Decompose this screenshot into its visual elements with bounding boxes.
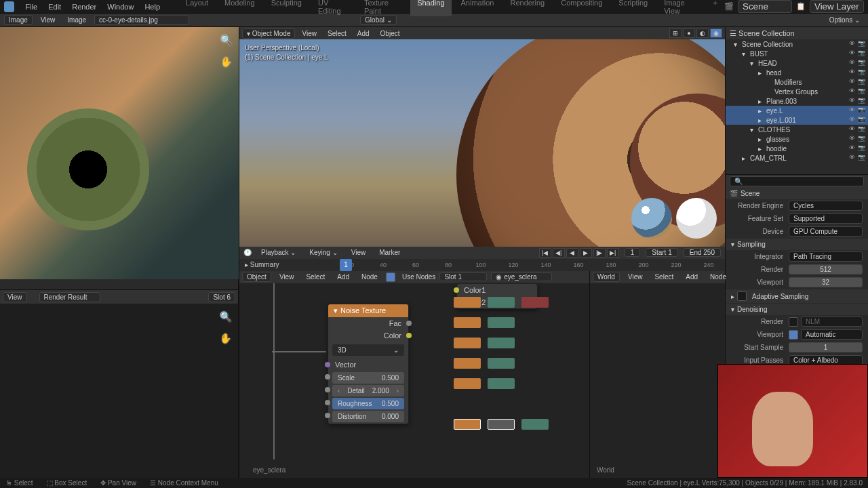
device-dd[interactable]: GPU Compute [789, 226, 863, 237]
tab-animation[interactable]: Animation [454, 0, 501, 16]
ne-view[interactable]: View [275, 272, 298, 281]
menu-render[interactable]: Render [66, 3, 102, 11]
playhead[interactable]: 1 [340, 259, 352, 271]
ne-select[interactable]: Select [302, 272, 329, 281]
tab-scripting[interactable]: Scripting [612, 0, 654, 16]
outliner-item[interactable]: ▾BUST👁📷 [726, 49, 868, 58]
shader-node-editor[interactable]: Object View Select Add Node Use Nodes Sl… [239, 271, 589, 479]
outliner-item[interactable]: ▾CLOTHES👁📷 [726, 125, 868, 134]
tab-uv[interactable]: UV Editing [311, 0, 355, 16]
tab-imageview[interactable]: Image View [657, 0, 703, 16]
denoiser-dd[interactable]: NLM [801, 317, 863, 327]
dimensions-dd[interactable]: 3D⌄ [332, 344, 404, 356]
mini-node[interactable] [454, 338, 481, 348]
shading-matprev-icon[interactable]: ◐ [696, 28, 709, 38]
pan-icon[interactable]: ✋ [218, 54, 233, 69]
denoise-render-check[interactable] [789, 317, 798, 327]
tl-marker[interactable]: Marker [375, 248, 404, 257]
timeline-track[interactable]: ▸ Summary 1 20 40 60 80 100 120 140 160 … [239, 259, 725, 271]
outliner-item[interactable]: ▾HEAD👁📷 [726, 58, 868, 68]
viewlayer-input[interactable] [810, 0, 864, 13]
vp-samples[interactable]: 32 [789, 277, 863, 287]
mini-node[interactable] [454, 378, 481, 389]
next-key-icon[interactable]: |▶ [593, 248, 606, 258]
scene-name-input[interactable] [738, 0, 792, 13]
outliner-item[interactable]: ▸eye.L.001👁📷 [726, 115, 868, 125]
tb-image[interactable]: Image [63, 16, 90, 24]
outliner-item[interactable]: Modifiers👁📷 [726, 77, 868, 87]
shading-rendered-icon[interactable]: ◉ [710, 28, 722, 38]
material-field[interactable]: ◉ eye_sclera [491, 272, 552, 281]
prev-key-icon[interactable]: ◀| [553, 248, 565, 258]
outliner-item[interactable]: Vertex Groups👁📷 [726, 87, 868, 96]
outliner-search[interactable] [730, 176, 864, 186]
current-frame[interactable]: 1 [625, 248, 641, 257]
adaptive-section[interactable]: ▸ Adaptive Sampling [726, 289, 868, 303]
we-select[interactable]: Select [650, 272, 677, 281]
vp-add[interactable]: Add [353, 29, 374, 38]
vp-object[interactable]: Object [376, 29, 404, 38]
engine-dd[interactable]: Cycles [789, 201, 863, 211]
mini-node[interactable] [488, 358, 515, 369]
zoom-icon[interactable]: 🔍 [218, 33, 233, 47]
noise-texture-node[interactable]: ▾Noise Texture Fac Color 3D⌄ Vector Scal… [328, 304, 409, 424]
mini-node-selected[interactable] [488, 419, 515, 430]
ne-add[interactable]: Add [333, 272, 353, 281]
ref-file-field[interactable]: cc-0-eye-details.jpg [94, 15, 189, 25]
integrator-dd[interactable]: Path Tracing [789, 251, 863, 262]
mini-node[interactable] [454, 297, 481, 308]
slot-field[interactable]: Slot 1 [439, 272, 487, 281]
mini-node[interactable] [521, 297, 549, 308]
we-view[interactable]: View [624, 272, 647, 281]
we-node[interactable]: Node [706, 272, 730, 281]
mini-node[interactable] [488, 317, 515, 328]
adaptive-check[interactable] [737, 291, 747, 301]
tl-view[interactable]: View [347, 248, 370, 257]
mini-node[interactable] [521, 419, 549, 430]
denoising-section[interactable]: ▾ Denoising [726, 304, 868, 315]
orientation-dd[interactable]: Global ⌄ [360, 15, 397, 25]
we-mode[interactable]: World [593, 272, 620, 282]
mini-node-selected[interactable] [454, 419, 481, 430]
outliner-item[interactable]: ▸hoodie👁📷 [726, 144, 868, 153]
mini-node[interactable] [488, 338, 515, 348]
image-mode-dd[interactable]: Image [4, 15, 33, 25]
denoise-vp-check[interactable] [789, 330, 798, 340]
tl-playback[interactable]: Playback ⌄ [257, 248, 300, 257]
end-frame[interactable]: End 250 [684, 248, 721, 257]
use-nodes-check[interactable] [386, 272, 395, 282]
render-samples[interactable]: 512 [789, 264, 863, 274]
image-viewer-canvas[interactable]: 🔍 ✋ [0, 304, 238, 478]
tab-layout[interactable]: Layout [179, 0, 215, 16]
tab-shading[interactable]: Shading [410, 0, 451, 16]
menu-window[interactable]: Window [102, 3, 139, 11]
outliner-item[interactable]: ▸CAM_CTRL👁📷 [726, 153, 868, 163]
tab-modeling[interactable]: Modeling [218, 0, 262, 16]
menu-help[interactable]: Help [139, 3, 165, 11]
outliner-item[interactable]: ▸Plane.003👁📷 [726, 96, 868, 106]
start-frame[interactable]: Start 1 [646, 248, 677, 257]
outliner-item[interactable]: ▸head👁📷 [726, 68, 868, 77]
collapse-icon[interactable]: ▾ [334, 306, 338, 315]
sampling-section[interactable]: ▾ Sampling [726, 239, 868, 250]
tab-rendering[interactable]: Rendering [503, 0, 551, 16]
start-sample[interactable]: 1 [789, 342, 863, 352]
play-rev-icon[interactable]: ◀ [566, 248, 578, 258]
play-icon[interactable]: ▶ [580, 248, 592, 258]
tl-summary[interactable]: ▸ Summary [245, 261, 279, 268]
detail-field[interactable]: ‹Detail2.000› [332, 385, 404, 396]
world-node-editor[interactable]: World View Select Add Node World [589, 271, 725, 479]
ne-mode[interactable]: Object [242, 272, 271, 282]
left-view-dd[interactable]: View [3, 292, 27, 302]
zoom-icon-2[interactable]: 🔍 [218, 309, 233, 324]
3d-viewport[interactable]: User Perspective (Local) (1) Scene Colle… [239, 39, 725, 247]
tab-texpaint[interactable]: Texture Paint [357, 0, 408, 16]
tl-keying[interactable]: Keying ⌄ [305, 248, 341, 257]
mini-node[interactable] [454, 317, 481, 328]
menu-file[interactable]: File [20, 3, 43, 11]
ne-node[interactable]: Node [357, 272, 382, 281]
mode-dropdown[interactable]: ▾ Object Mode [242, 28, 295, 39]
tab-sculpting[interactable]: Sculpting [264, 0, 309, 16]
mini-node[interactable] [488, 378, 515, 389]
scale-field[interactable]: Scale0.500 [332, 372, 404, 384]
